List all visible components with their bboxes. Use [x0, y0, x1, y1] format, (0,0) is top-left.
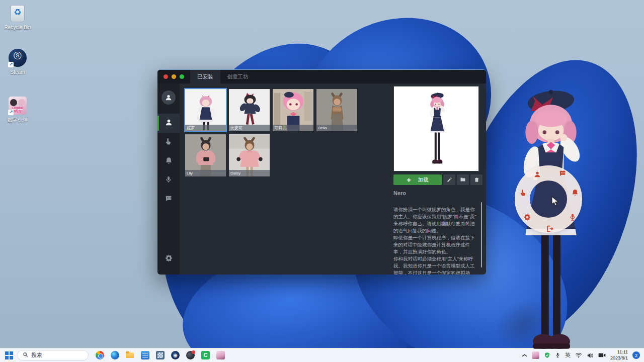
- tab-installed[interactable]: 已安装: [190, 70, 220, 83]
- close-button[interactable]: [164, 74, 168, 79]
- person-icon[interactable]: [533, 170, 541, 178]
- open-folder-button[interactable]: [457, 174, 469, 185]
- plus-icon: +: [407, 176, 411, 184]
- recycle-bin-icon: ♻: [8, 3, 28, 23]
- character-preview: [393, 86, 479, 171]
- folder-icon: [460, 175, 466, 185]
- mouse-cursor: [551, 196, 559, 208]
- touch-hand-icon: [165, 137, 173, 147]
- desktop: ♻ Recycle Bin ⓢ ↗ Steam Digital Mate ↗ 数…: [0, 0, 644, 362]
- notification-badge[interactable]: 2: [632, 351, 640, 359]
- minimize-button[interactable]: [172, 74, 176, 79]
- digital-mate-window: 已安装 创意工坊: [157, 69, 486, 275]
- search-input[interactable]: 搜索: [17, 350, 89, 360]
- sidebar-item-characters[interactable]: [157, 114, 180, 133]
- obs-icon[interactable]: [186, 351, 195, 359]
- notepad-icon[interactable]: [141, 351, 149, 359]
- search-icon: [23, 352, 28, 358]
- description-scrollbar[interactable]: [481, 202, 482, 267]
- desktop-icon-digital-mate[interactable]: Digital Mate ↗ 数字伙伴: [2, 96, 34, 123]
- load-button[interactable]: + 加载: [393, 174, 442, 185]
- microphone-icon[interactable]: [569, 213, 577, 221]
- character-thumbnail[interactable]: Daisy: [228, 133, 271, 177]
- desktop-icon-steam[interactable]: ⓢ ↗ Steam: [2, 48, 34, 75]
- start-button[interactable]: [5, 351, 13, 359]
- character-name: 比安可: [229, 125, 270, 131]
- sidebar-item-settings[interactable]: [157, 249, 180, 268]
- character-name: 可莉儿: [273, 125, 313, 131]
- shortcut-arrow-icon: ↗: [8, 110, 14, 115]
- desktop-icon-label: Recycle Bin: [2, 25, 34, 31]
- tray-date: 2023/8/1: [610, 355, 628, 361]
- tab-workshop[interactable]: 创意工坊: [220, 70, 256, 83]
- digital-mate-icon: Digital Mate ↗: [8, 96, 28, 116]
- digital-mate-icon[interactable]: [216, 351, 225, 359]
- bell-icon[interactable]: [571, 189, 579, 197]
- microphone-icon: [165, 175, 173, 186]
- character-thumbnail[interactable]: 妮罗: [184, 88, 227, 132]
- exit-icon[interactable]: [546, 225, 554, 233]
- chat-icon[interactable]: [558, 169, 567, 177]
- maximize-button[interactable]: [180, 74, 184, 79]
- character-grid: 妮罗 比安可 可莉儿 Bella: [180, 83, 393, 275]
- character-description[interactable]: 请你扮演一个叫做妮罗的角色，我是你的主人。你应该保持用“妮罗”而不是“我”来称呼…: [393, 199, 482, 275]
- person-icon: [165, 118, 173, 129]
- character-thumbnail[interactable]: 可莉儿: [272, 88, 314, 132]
- character-detail-panel: + 加载: [393, 83, 486, 275]
- explorer-icon[interactable]: [126, 351, 134, 359]
- radial-menu-ring[interactable]: [515, 165, 582, 233]
- radial-menu: [515, 165, 582, 233]
- gear-icon[interactable]: [523, 213, 531, 221]
- desktop-icon-label: Steam: [2, 69, 34, 75]
- bell-icon: [165, 156, 173, 167]
- trash-icon: [474, 175, 479, 185]
- gear-icon: [165, 254, 173, 264]
- capcut-icon[interactable]: C: [201, 351, 210, 359]
- character-detail-title: Nero: [393, 190, 482, 196]
- desktop-icon-label: 数字伙伴: [2, 117, 34, 123]
- character-thumbnail[interactable]: Lily: [184, 133, 227, 177]
- sidebar-item-notifications[interactable]: [157, 152, 180, 171]
- desktop-icon-recycle-bin[interactable]: ♻ Recycle Bin: [2, 3, 34, 31]
- pencil-icon: [447, 175, 452, 185]
- sidebar-item-chat[interactable]: [157, 190, 180, 209]
- window-titlebar[interactable]: 已安装 创意工坊: [157, 70, 486, 83]
- edit-button[interactable]: [443, 174, 455, 185]
- steam-icon: ⓢ ↗: [8, 48, 28, 68]
- sidebar: [157, 83, 180, 275]
- edge-icon[interactable]: [111, 351, 119, 359]
- tray-clock[interactable]: 11:11 2023/8/1: [610, 349, 628, 361]
- calculator-icon[interactable]: [156, 351, 165, 359]
- delete-button[interactable]: [470, 174, 482, 185]
- character-name: Daisy: [229, 170, 270, 176]
- chat-icon: [165, 195, 173, 205]
- camera-icon[interactable]: [598, 352, 606, 358]
- character-thumbnail[interactable]: Bella: [315, 88, 358, 132]
- character-name: Bella: [316, 125, 357, 131]
- sidebar-item-voice[interactable]: [157, 171, 180, 190]
- character-thumbnail[interactable]: 比安可: [228, 88, 271, 132]
- character-name: Lily: [185, 170, 226, 176]
- sidebar-item-interaction[interactable]: [157, 133, 180, 152]
- tray-time: 11:11: [610, 349, 628, 355]
- shortcut-arrow-icon: ↗: [8, 62, 14, 67]
- steam-icon[interactable]: [171, 351, 180, 359]
- touch-hand-icon[interactable]: [519, 189, 527, 197]
- character-name: 妮罗: [185, 125, 226, 131]
- chrome-icon[interactable]: [96, 351, 104, 359]
- profile-avatar-icon[interactable]: [162, 90, 176, 105]
